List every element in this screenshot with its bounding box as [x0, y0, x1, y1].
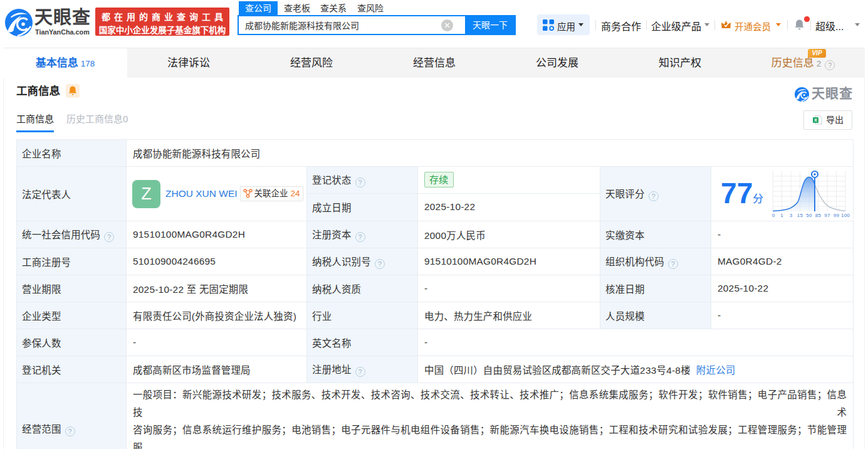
svg-text:50: 50	[806, 213, 812, 218]
svg-text:15: 15	[797, 213, 803, 218]
svg-text:X: X	[814, 117, 817, 123]
svg-text:97: 97	[824, 213, 830, 218]
svg-text:0: 0	[772, 213, 775, 218]
svg-text:1: 1	[780, 213, 783, 218]
svg-text:85: 85	[815, 213, 822, 218]
svg-text:100: 100	[841, 213, 850, 218]
svg-text:99: 99	[834, 213, 840, 218]
svg-text:3: 3	[790, 213, 793, 218]
